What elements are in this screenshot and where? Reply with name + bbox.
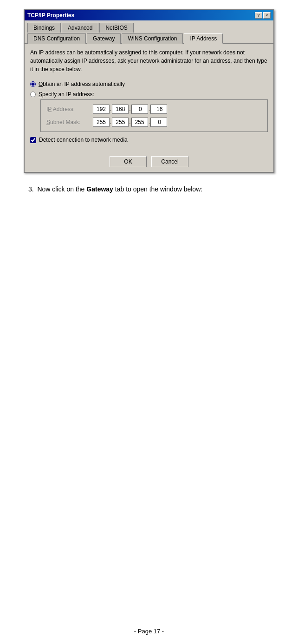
detect-connection-label: Detect connection to network media bbox=[39, 137, 128, 143]
subnet-mask-label: Subnet Mask: bbox=[46, 119, 93, 125]
step-text-before: Now click on the bbox=[37, 185, 86, 193]
step-bold-text: Gateway bbox=[86, 185, 113, 193]
cancel-button[interactable]: Cancel bbox=[151, 156, 188, 167]
ip-address-label: IP Address: bbox=[46, 106, 93, 112]
ok-button[interactable]: OK bbox=[110, 156, 147, 167]
subnet-seg-1[interactable] bbox=[93, 118, 110, 127]
tab-row-bottom: DNS Configuration Gateway WINS Configura… bbox=[25, 33, 273, 43]
dialog-body: An IP address can be automatically assig… bbox=[25, 43, 273, 153]
subnet-mask-input-group: . . . bbox=[93, 118, 167, 127]
dialog-title: TCP/IP Properties bbox=[27, 12, 74, 19]
ip-address-input-group: . . . bbox=[93, 105, 167, 114]
ip-address-row: IP Address: . . . bbox=[46, 105, 262, 114]
page-footer: - Page 17 - bbox=[0, 628, 298, 635]
step-text-after: tab to open the window below: bbox=[113, 185, 202, 193]
dialog-titlebar: TCP/IP Properties ? × bbox=[25, 10, 273, 20]
radio-auto-option[interactable]: Obtain an IP address automatically bbox=[30, 81, 268, 87]
tab-advanced[interactable]: Advanced bbox=[62, 23, 98, 33]
tab-bindings[interactable]: Bindings bbox=[27, 23, 61, 33]
radio-specify-label: Specify an IP address: bbox=[39, 91, 94, 98]
dialog-window: TCP/IP Properties ? × Bindings Advanced … bbox=[24, 9, 274, 173]
ip-seg-3[interactable] bbox=[131, 105, 148, 114]
subnet-mask-row: Subnet Mask: . . . bbox=[46, 118, 262, 127]
subnet-seg-4[interactable] bbox=[150, 118, 167, 127]
tab-dns-configuration[interactable]: DNS Configuration bbox=[27, 33, 86, 44]
specify-group: IP Address: . . . Subnet Mas bbox=[40, 99, 268, 132]
help-button[interactable]: ? bbox=[255, 12, 262, 19]
tab-gateway[interactable]: Gateway bbox=[87, 33, 121, 44]
tab-netbios[interactable]: NetBIOS bbox=[99, 23, 133, 33]
tab-row-top: Bindings Advanced NetBIOS bbox=[25, 20, 273, 32]
titlebar-buttons: ? × bbox=[255, 12, 271, 19]
ip-seg-4[interactable] bbox=[150, 105, 167, 114]
detect-connection-option[interactable]: Detect connection to network media bbox=[30, 137, 268, 143]
subnet-seg-2[interactable] bbox=[112, 118, 129, 127]
dialog-footer: OK Cancel bbox=[25, 153, 273, 172]
close-button[interactable]: × bbox=[263, 12, 271, 19]
info-text: An IP address can be automatically assig… bbox=[30, 48, 268, 73]
detect-connection-checkbox[interactable] bbox=[30, 137, 36, 143]
page-number: - Page 17 - bbox=[134, 628, 164, 635]
radio-auto-label: Obtain an IP address automatically bbox=[39, 81, 125, 87]
page-content: TCP/IP Properties ? × Bindings Advanced … bbox=[9, 9, 289, 202]
radio-specify-option[interactable]: Specify an IP address: bbox=[30, 91, 268, 98]
ip-seg-1[interactable] bbox=[93, 105, 110, 114]
step-number: 3. bbox=[28, 185, 34, 193]
step-text: 3. Now click on the Gateway tab to open … bbox=[24, 184, 274, 194]
subnet-seg-3[interactable] bbox=[131, 118, 148, 127]
radio-auto-input[interactable] bbox=[30, 81, 36, 87]
tab-ip-address[interactable]: IP Address bbox=[184, 33, 223, 44]
tab-wins-configuration[interactable]: WINS Configuration bbox=[122, 33, 183, 44]
radio-specify-input[interactable] bbox=[30, 92, 36, 97]
ip-seg-2[interactable] bbox=[112, 105, 129, 114]
